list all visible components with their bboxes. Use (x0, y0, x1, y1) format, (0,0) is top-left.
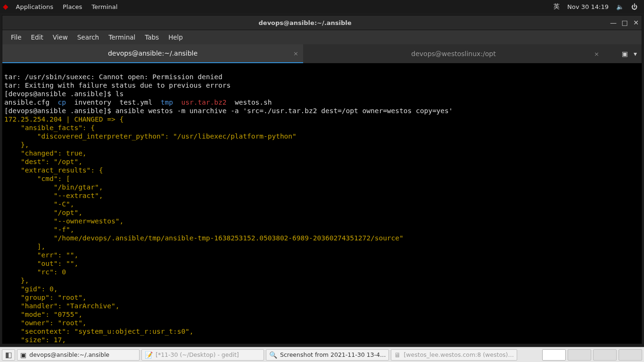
ime-indicator[interactable]: 英 (550, 2, 563, 11)
menubar: File Edit View Search Terminal Tabs Help (2, 30, 642, 44)
close-button[interactable]: ✕ (630, 19, 642, 26)
gnome-topbar: ◆ Applications Places Terminal 英 Nov 30 … (0, 0, 644, 13)
json-line: "secontext": "system_u:object_r:usr_t:s0… (4, 328, 194, 335)
ls-item: ansible.cfg (4, 99, 50, 106)
bottom-panel: ◧ ▣ devops@ansible:~/.ansible 📝 [*11-30 … (0, 347, 644, 362)
applications-menu[interactable]: Applications (11, 3, 58, 10)
taskbar-item-screenshot[interactable]: 🔍 Screenshot from 2021-11-30 13-4… (266, 349, 389, 361)
tab-1-label: devops@ansible:~/.ansible (108, 49, 198, 57)
term-line: tar: Exiting with failure status due to … (4, 82, 231, 89)
window-title: devops@ansible:~/.ansible (2, 19, 608, 26)
ls-item: usr.tar.bz2 (181, 99, 226, 106)
json-line: "gid": 0, (4, 285, 58, 293)
json-line: 172.25.254.204 | CHANGED => { (4, 115, 124, 123)
tray-slot (568, 349, 591, 361)
chevron-down-icon[interactable]: ▾ (634, 50, 637, 58)
term-prompt: [devops@ansible .ansible]$ (4, 90, 116, 98)
image-icon: 🔍 (269, 351, 277, 359)
menu-help[interactable]: Help (164, 33, 188, 41)
menu-search[interactable]: Search (73, 33, 104, 41)
json-line: "/bin/gtar", (4, 183, 103, 191)
json-line: }, (4, 277, 29, 284)
menu-terminal[interactable]: Terminal (104, 33, 140, 41)
json-line: "owner": "root", (4, 319, 87, 327)
json-line: "discovered_interpreter_python": "/usr/l… (4, 132, 297, 140)
taskbar-item-gedit[interactable]: 📝 [*11-30 (~/Desktop) - gedit] (141, 349, 264, 361)
json-line: "-C", (4, 200, 74, 208)
distro-icon: ◆ (3, 2, 8, 11)
menu-tabs[interactable]: Tabs (140, 33, 164, 41)
menu-edit[interactable]: Edit (26, 33, 48, 41)
tray-slot (593, 349, 617, 361)
terminal-tabbar: devops@ansible:~/.ansible × devops@westo… (2, 44, 642, 63)
json-line: "group": "root", (4, 294, 87, 301)
tab-2[interactable]: devops@westoslinux:/opt × (303, 44, 604, 63)
json-line: ], (4, 243, 45, 250)
volume-icon[interactable]: 🔈 (612, 3, 627, 10)
workspace-switcher[interactable]: ◧ (2, 349, 15, 361)
places-menu[interactable]: Places (58, 3, 87, 10)
vnc-icon: 🖥 (394, 351, 401, 359)
json-line: "changed": true, (4, 149, 87, 157)
tab-1-close-icon[interactable]: × (293, 50, 298, 57)
json-line: "mode": "0755", (4, 311, 83, 318)
json-line: "err": "", (4, 251, 78, 259)
ls-item: westos.sh (235, 99, 272, 106)
json-line: "cmd": [ (4, 175, 70, 182)
clock[interactable]: Nov 30 14:19 (563, 3, 612, 10)
term-line: tar: /usr/sbin/suexec: Cannot open: Perm… (4, 73, 223, 81)
json-line: "/home/devops/.ansible/tmp/ansible-tmp-1… (4, 234, 404, 242)
power-icon[interactable]: ⏻ (627, 3, 641, 10)
menu-file[interactable]: File (6, 33, 26, 41)
json-line: "--owner=westos", (4, 217, 124, 225)
tab-2-close-icon[interactable]: × (594, 50, 599, 58)
taskbar-label: [westos_lee.westos.com:8 (westos)… (404, 351, 513, 358)
taskbar-item-vnc[interactable]: 🖥 [westos_lee.westos.com:8 (westos)… (391, 349, 517, 361)
ls-item: test.yml (119, 99, 152, 106)
tab-2-label: devops@westoslinux:/opt (411, 50, 495, 58)
tray-box[interactable] (542, 349, 566, 361)
ls-item: cp (58, 99, 66, 106)
term-cmd: ls (116, 90, 124, 98)
json-line: "ansible_facts": { (4, 124, 95, 132)
json-line: "rc": 0 (4, 268, 66, 276)
tab-1[interactable]: devops@ansible:~/.ansible × (2, 44, 303, 63)
taskbar-label: devops@ansible:~/.ansible (29, 351, 109, 358)
menu-view[interactable]: View (48, 33, 73, 41)
terminal-output[interactable]: tar: /usr/sbin/suexec: Cannot open: Perm… (2, 63, 642, 344)
minimize-button[interactable]: — (608, 19, 619, 26)
ls-item: tmp (161, 99, 173, 106)
json-line: "handler": "TarArchive", (4, 302, 119, 310)
screen-icon[interactable]: ▣ (622, 50, 628, 58)
gedit-icon: 📝 (145, 351, 153, 359)
json-line: "dest": "/opt", (4, 158, 83, 165)
json-line: "-f", (4, 226, 74, 233)
json-line: "size": 17, (4, 336, 66, 344)
taskbar-label: [*11-30 (~/Desktop) - gedit] (156, 351, 239, 358)
taskbar-label: Screenshot from 2021-11-30 13-4… (280, 351, 386, 358)
term-cmd: ansible westos -m unarchive -a 'src=./us… (116, 107, 453, 115)
terminal-icon: ▣ (20, 351, 26, 359)
term-prompt: [devops@ansible .ansible]$ (4, 107, 116, 115)
terminal-menu[interactable]: Terminal (87, 3, 122, 10)
taskbar-item-terminal[interactable]: ▣ devops@ansible:~/.ansible (17, 349, 140, 361)
maximize-button[interactable]: □ (619, 19, 630, 26)
ls-item: inventory (74, 99, 111, 106)
json-line: "/opt", (4, 209, 83, 216)
tray-slot (619, 349, 642, 361)
json-line: }, (4, 141, 29, 148)
json-line: "extract_results": { (4, 166, 103, 174)
json-line: "out": "", (4, 260, 78, 267)
window-titlebar[interactable]: devops@ansible:~/.ansible — □ ✕ (2, 15, 642, 30)
json-line: "--extract", (4, 192, 103, 199)
